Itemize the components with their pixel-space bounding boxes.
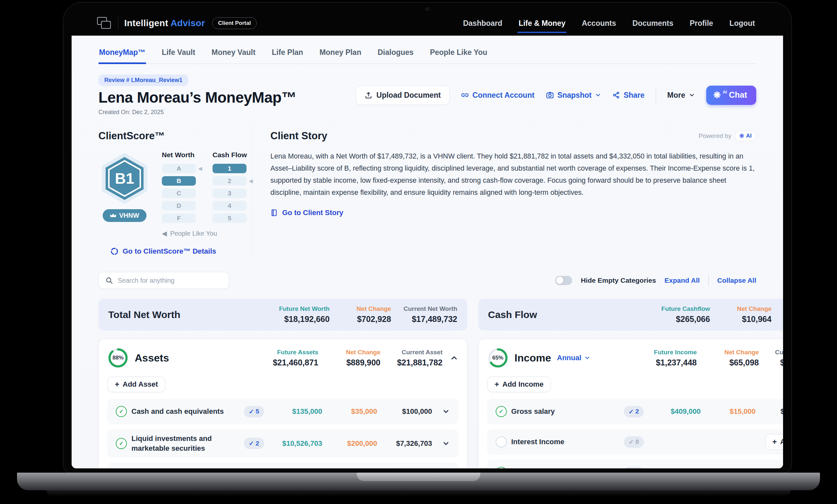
current-value: $100,000 xyxy=(380,407,432,416)
income-rows: ✓ Gross salary ✓ 2 $409,000 xyxy=(487,399,783,468)
stat-label: Future Assets xyxy=(277,349,318,356)
chevron-up-icon xyxy=(450,354,458,362)
top-nav-item[interactable]: Accounts xyxy=(581,16,617,31)
add-income-inline-button[interactable]: + Add Income xyxy=(765,434,783,450)
stat-value: $265,066 xyxy=(676,314,710,324)
laptop-base-shadow xyxy=(47,490,790,496)
laptop-frame: Intelligent Advisor Client Portal Dashbo… xyxy=(63,2,792,473)
score-grade-text: B1 xyxy=(115,170,135,187)
asset-row[interactable]: ✓ Cash and cash equivalents ✓ 5 $135, xyxy=(107,399,458,424)
top-nav-item[interactable]: Logout xyxy=(729,16,755,31)
tab[interactable]: People Like You xyxy=(429,44,488,64)
client-score-details-link[interactable]: Go to ClientScore™ Details xyxy=(110,247,216,256)
income-period-dropdown[interactable]: Annual xyxy=(557,354,591,362)
tab[interactable]: Life Vault xyxy=(161,44,196,64)
income-card: 65% Income Annual xyxy=(478,339,783,468)
income-period-label: Annual xyxy=(557,354,582,362)
stat: Future Income $1,237,448 xyxy=(644,349,697,367)
refresh-circle-icon xyxy=(110,247,119,256)
summary-stats: Future Net Worth $18,192,660 Net Change … xyxy=(279,305,457,324)
chevron-down-icon xyxy=(442,439,450,448)
income-row[interactable]: ✓ Dividend income ✓ 4 $79,000 xyxy=(487,460,783,468)
tab[interactable]: Money Vault xyxy=(211,44,256,64)
linked-count-badge: ✓ 5 xyxy=(244,406,264,417)
future-value: $409,000 xyxy=(648,407,701,416)
page-title: Lena Moreau’s MoneyMap™ xyxy=(99,89,296,106)
grade-row: B ◀ xyxy=(162,176,204,186)
brand-accent: Advisor xyxy=(170,18,205,28)
more-button[interactable]: More xyxy=(667,91,695,100)
top-nav-item[interactable]: Profile xyxy=(689,16,714,31)
add-income-label: Add Income xyxy=(502,380,544,389)
income-percent-label: 65% xyxy=(487,347,509,369)
stat-value: $21,881,782 xyxy=(397,358,442,367)
score-grid: B1 VHNW Net Worth xyxy=(99,151,235,223)
linked-count-badge: ✓ 2 xyxy=(624,406,644,417)
share-label: Share xyxy=(623,91,644,100)
page-header-left: Review # LMoreau_Review1 Lena Moreau’s M… xyxy=(99,74,296,116)
check-icon: ✓ xyxy=(629,408,634,415)
tab[interactable]: MoneyMap™ xyxy=(99,44,146,64)
income-row[interactable]: ✓ Gross salary ✓ 2 $409,000 xyxy=(487,399,783,424)
asset-row[interactable]: ✓ Liquid investments and marketable secu… xyxy=(107,429,458,457)
ai-badge-label: AI xyxy=(746,133,752,139)
add-income-button[interactable]: + Add Income xyxy=(487,377,551,392)
income-card-header: 65% Income Annual xyxy=(487,347,783,369)
grade-column-net-worth: Net Worth A ◀ B xyxy=(162,151,204,223)
add-asset-button[interactable]: + Add Asset xyxy=(107,377,165,392)
ai-chat-button[interactable]: ❋ AI Chat xyxy=(706,86,756,105)
asset-row[interactable]: ✓ Cash value of life insurance ✓ 0 xyxy=(107,463,458,468)
connect-account-button[interactable]: Connect Account xyxy=(461,91,535,100)
collapse-all-link[interactable]: Collapse All xyxy=(717,276,756,284)
tab[interactable]: Money Plan xyxy=(319,44,362,64)
grade-columns: Net Worth A ◀ B xyxy=(162,151,255,223)
hide-empty-toggle[interactable] xyxy=(555,276,572,285)
summary-title: Total Net Worth xyxy=(108,309,180,320)
stat-value: $1,172,350 xyxy=(780,358,783,367)
grade-row: 1 ◀ xyxy=(213,164,255,173)
go-to-client-story-link[interactable]: Go to Client Story xyxy=(270,209,343,217)
assets-collapse-chevron[interactable] xyxy=(450,354,458,362)
stat: Future Assets $21,460,871 xyxy=(266,349,318,367)
ai-flower-icon: ❋ xyxy=(739,132,744,140)
search-box[interactable] xyxy=(99,272,229,289)
stat-label: Future Cashflow xyxy=(661,305,710,312)
top-nav-item[interactable]: Dashboard xyxy=(462,16,503,31)
section-tabs: MoneyMap™ Life Vault Money Vault Life Pl… xyxy=(99,44,756,64)
snapshot-button[interactable]: Snapshot xyxy=(546,91,602,100)
change-value: $200,000 xyxy=(325,439,377,448)
tier-badge-label: VHNW xyxy=(119,212,139,219)
assets-card: 88% Assets Future Assets $21,460,871 xyxy=(99,339,467,468)
client-story-body: Lena Moreau, with a Net Worth of $17,489… xyxy=(270,150,756,199)
row-expand-chevron[interactable] xyxy=(437,439,450,448)
share-button[interactable]: Share xyxy=(612,91,644,100)
asset-row-main: ✓ Cash value of life insurance ✓ 0 xyxy=(116,467,450,468)
plus-icon: + xyxy=(115,380,119,388)
tab[interactable]: Life Plan xyxy=(271,44,304,64)
chevron-down-icon xyxy=(442,408,450,415)
expand-all-link[interactable]: Expand All xyxy=(664,276,700,284)
top-nav-item[interactable]: Documents xyxy=(632,16,674,31)
stat: Current Net Worth $17,489,732 xyxy=(404,305,457,324)
asset-row-main: ✓ Liquid investments and marketable secu… xyxy=(116,434,450,453)
screenshot-stage: Intelligent Advisor Client Portal Dashbo… xyxy=(0,0,837,504)
asset-row-label: Cash and cash equivalents xyxy=(131,407,239,416)
stat-label: Net Change xyxy=(357,305,391,312)
income-card-title: Income xyxy=(515,352,551,364)
top-nav-item[interactable]: Life & Money xyxy=(518,16,566,31)
grade-row: F ◀ xyxy=(162,213,204,223)
peer-marker-icon: ◀ xyxy=(162,230,167,237)
client-story-panel: Client Story Powered by ❋ AI Lena Moreau… xyxy=(252,130,756,257)
income-progress-ring: 65% xyxy=(487,347,509,369)
stat-value: $889,900 xyxy=(346,358,380,367)
income-row[interactable]: ✓ Interest Income ✓ 0 xyxy=(487,429,783,455)
toggle-knob xyxy=(556,277,563,284)
grade-pill: 5 xyxy=(213,213,247,223)
search-input[interactable] xyxy=(118,277,222,284)
grade-pill: D xyxy=(162,201,196,211)
row-expand-chevron[interactable] xyxy=(437,408,450,415)
powered-by-label: Powered by xyxy=(699,132,731,140)
upload-document-button[interactable]: Upload Document xyxy=(356,86,449,105)
add-asset-inline-button[interactable]: + Add Asset xyxy=(393,467,450,468)
tab[interactable]: Dialogues xyxy=(377,44,414,64)
